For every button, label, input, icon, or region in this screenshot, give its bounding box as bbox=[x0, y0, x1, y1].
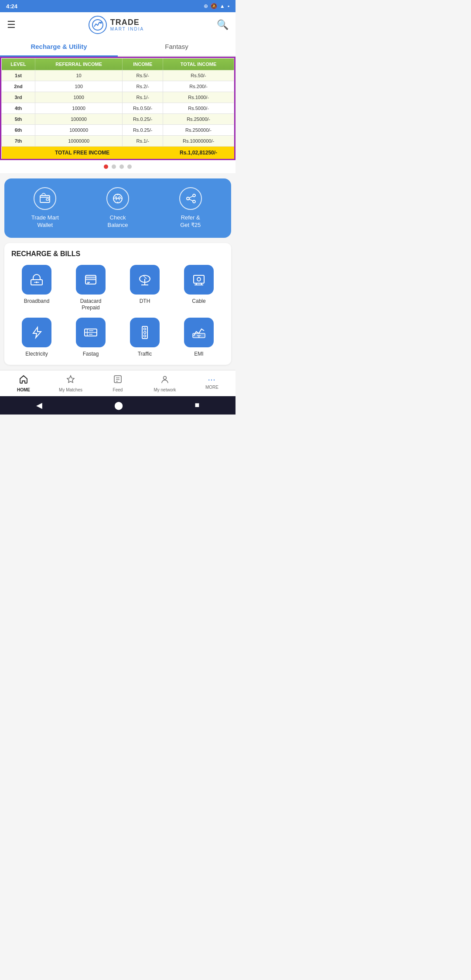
table-row: Rs.0.25/- bbox=[123, 125, 163, 136]
service-traffic[interactable]: Traffic bbox=[119, 318, 170, 358]
table-row: Rs.50/- bbox=[163, 70, 234, 81]
service-dth[interactable]: DTH bbox=[119, 265, 170, 312]
table-row: 10000000 bbox=[35, 136, 122, 147]
emi-label: EMI bbox=[194, 351, 203, 358]
wallet-card[interactable]: Trade MartWallet bbox=[9, 187, 82, 229]
broadband-label: Broadband bbox=[24, 298, 50, 305]
nav-matches[interactable]: My Matches bbox=[47, 370, 94, 396]
table-row: 100000 bbox=[35, 114, 122, 125]
table-row: 1000000 bbox=[35, 125, 122, 136]
nav-home[interactable]: HOME bbox=[0, 370, 47, 396]
wallet-icon bbox=[34, 187, 56, 210]
balance-card[interactable]: CheckBalance bbox=[82, 187, 154, 229]
nav-network-label: My network bbox=[154, 387, 176, 392]
svg-point-22 bbox=[197, 278, 201, 281]
logo-mart: MART INDIA bbox=[110, 27, 144, 31]
svg-point-30 bbox=[144, 331, 146, 333]
traffic-icon bbox=[130, 318, 160, 347]
table-row: Rs.10000000/- bbox=[163, 136, 234, 147]
home-button[interactable]: ⬤ bbox=[114, 401, 123, 410]
dot-4[interactable] bbox=[127, 164, 132, 169]
table-row: 10 bbox=[35, 70, 122, 81]
recent-button[interactable]: ■ bbox=[195, 401, 200, 410]
col-level: LEVEL bbox=[2, 58, 35, 70]
balance-icon bbox=[106, 187, 129, 210]
table-row: Rs.1000/- bbox=[163, 92, 234, 103]
dot-2[interactable] bbox=[112, 164, 116, 169]
logo-icon bbox=[89, 16, 107, 34]
nav-feed-label: Feed bbox=[113, 387, 123, 392]
electricity-label: Electricity bbox=[25, 351, 48, 358]
table-row: Rs.5/- bbox=[123, 70, 163, 81]
dot-3[interactable] bbox=[119, 164, 124, 169]
table-row: 100 bbox=[35, 81, 122, 92]
service-emi[interactable]: EMI bbox=[174, 318, 224, 358]
cable-icon bbox=[184, 265, 214, 295]
broadband-icon bbox=[22, 265, 51, 295]
dth-label: DTH bbox=[140, 298, 150, 305]
feed-icon bbox=[113, 374, 123, 386]
nav-home-label: HOME bbox=[17, 387, 30, 392]
table-row: 5th bbox=[2, 114, 35, 125]
service-electricity[interactable]: Electricity bbox=[11, 318, 62, 358]
nav-network[interactable]: My network bbox=[141, 370, 188, 396]
nav-more[interactable]: ··· MORE bbox=[188, 370, 236, 396]
table-row: 2nd bbox=[2, 81, 35, 92]
referral-table: LEVEL REFERRAL INCOME INCOME TOTAL INCOM… bbox=[1, 58, 234, 159]
nav-more-label: MORE bbox=[205, 385, 218, 390]
svg-point-12 bbox=[36, 281, 38, 283]
svg-point-29 bbox=[144, 328, 146, 330]
col-income: INCOME bbox=[123, 58, 163, 70]
emi-icon bbox=[184, 318, 214, 347]
svg-point-5 bbox=[119, 197, 120, 199]
nav-feed[interactable]: Feed bbox=[94, 370, 141, 396]
logo-text: TRADE MART INDIA bbox=[110, 18, 144, 32]
refer-label: Refer &Get ₹25 bbox=[180, 214, 201, 229]
table-row: 6th bbox=[2, 125, 35, 136]
fastag-icon bbox=[76, 318, 106, 347]
table-row: Rs.200/- bbox=[163, 81, 234, 92]
svg-rect-2 bbox=[46, 199, 49, 200]
table-row: 3rd bbox=[2, 92, 35, 103]
logo-area: TRADE MART INDIA bbox=[89, 16, 144, 34]
table-row: Rs.1/- bbox=[123, 92, 163, 103]
services-grid: Broadband DatacardPrepaid bbox=[11, 265, 224, 358]
tab-fantasy[interactable]: Fantasy bbox=[118, 38, 236, 56]
battery-icon: ▪ bbox=[228, 3, 229, 9]
hamburger-menu[interactable]: ☰ bbox=[7, 19, 16, 31]
status-time: 4:24 bbox=[6, 3, 17, 10]
wifi-icon: ▲ bbox=[220, 3, 225, 9]
more-icon: ··· bbox=[208, 377, 216, 384]
matches-icon bbox=[66, 374, 75, 386]
footer-label: TOTAL FREE INCOME bbox=[2, 147, 163, 159]
datacard-icon bbox=[76, 265, 106, 295]
service-broadband[interactable]: Broadband bbox=[11, 265, 62, 312]
table-row: Rs.0.25/- bbox=[123, 114, 163, 125]
search-icon[interactable]: 🔍 bbox=[217, 19, 229, 31]
cable-label: Cable bbox=[192, 298, 205, 305]
service-fastag[interactable]: Fastag bbox=[65, 318, 116, 358]
svg-line-9 bbox=[189, 196, 193, 198]
svg-rect-1 bbox=[40, 195, 50, 202]
home-icon bbox=[19, 374, 28, 386]
table-row: 1000 bbox=[35, 92, 122, 103]
fastag-label: Fastag bbox=[83, 351, 99, 358]
system-nav: ◀ ⬤ ■ bbox=[0, 396, 236, 415]
header: ☰ TRADE MART INDIA 🔍 bbox=[0, 12, 236, 38]
balance-label: CheckBalance bbox=[108, 214, 128, 229]
tabs-bar: Recharge & Utility Fantasy bbox=[0, 38, 236, 57]
nav-matches-label: My Matches bbox=[59, 387, 82, 392]
bottom-nav: HOME My Matches Feed My network bbox=[0, 370, 236, 396]
svg-line-10 bbox=[189, 199, 193, 201]
table-row: Rs.250000/- bbox=[163, 125, 234, 136]
tab-recharge[interactable]: Recharge & Utility bbox=[0, 38, 118, 57]
dth-icon bbox=[130, 265, 160, 295]
mute-icon: 🔕 bbox=[211, 3, 217, 9]
recharge-bills-title: RECHARGE & BILLS bbox=[11, 250, 224, 258]
service-datacard[interactable]: DatacardPrepaid bbox=[65, 265, 116, 312]
back-button[interactable]: ◀ bbox=[36, 401, 42, 410]
dot-1[interactable] bbox=[104, 164, 108, 169]
refer-card[interactable]: Refer &Get ₹25 bbox=[154, 187, 227, 229]
datacard-label: DatacardPrepaid bbox=[80, 298, 102, 312]
service-cable[interactable]: Cable bbox=[174, 265, 224, 312]
